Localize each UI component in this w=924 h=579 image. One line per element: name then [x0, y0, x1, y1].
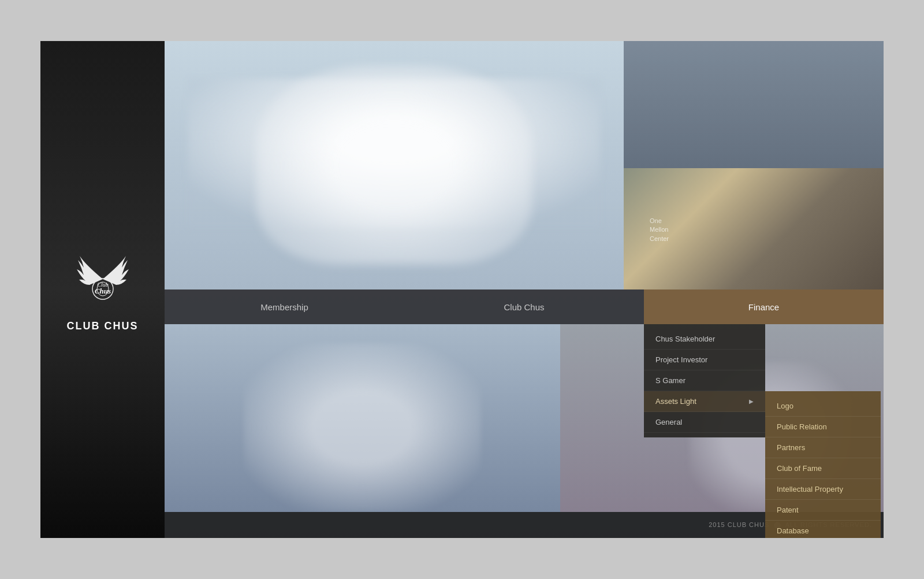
person-blur: [256, 66, 532, 265]
submenu-public-relation[interactable]: Public Relation: [765, 417, 881, 437]
svg-text:Chus: Chus: [94, 287, 110, 295]
submenu-logo[interactable]: Logo: [765, 396, 881, 417]
dropdown-chus-stakeholder[interactable]: Chus Stakeholder: [644, 329, 765, 350]
submenu-partners[interactable]: Partners: [765, 437, 881, 458]
bottom-person: [244, 343, 481, 513]
site-name: CLUB CHUS: [67, 320, 139, 332]
logo-emblem: Club Chus: [71, 247, 135, 311]
nav-membership[interactable]: Membership: [165, 290, 404, 324]
site-container: Club Chus CLUB CHUS: [40, 41, 884, 538]
submenu-arrow: ▶: [749, 398, 754, 404]
submenu-club-of-fame[interactable]: Club of Fame: [765, 458, 881, 479]
sidebar: Club Chus CLUB CHUS: [40, 41, 165, 538]
dropdown-general[interactable]: General: [644, 412, 765, 433]
submenu-intellectual-property[interactable]: Intellectual Property: [765, 479, 881, 500]
sky-overlay: [624, 41, 884, 168]
site-wrapper: Club Chus CLUB CHUS: [40, 41, 884, 538]
navbar: Membership Club Chus Finance Chus Stakeh…: [165, 290, 884, 324]
dropdown-project-investor[interactable]: Project Investor: [644, 350, 765, 370]
content-area: One Mellon Center: [165, 41, 884, 290]
logo-area: Club Chus CLUB CHUS: [67, 247, 139, 332]
submenu-database[interactable]: Database: [765, 521, 881, 538]
nav-club-chus[interactable]: Club Chus: [404, 290, 644, 324]
hero-left: [165, 41, 624, 290]
bottom-left-panel: [165, 324, 560, 512]
hero-sky: [624, 41, 884, 168]
submenu-patent[interactable]: Patent: [765, 500, 881, 521]
finance-dropdown: Chus Stakeholder Project Investor S Game…: [644, 324, 765, 437]
hero-right: One Mellon Center: [624, 41, 884, 290]
assets-light-submenu: Logo Public Relation Partners Club of Fa…: [765, 391, 881, 538]
nav-finance[interactable]: Finance Chus Stakeholder Project Investo…: [644, 290, 884, 324]
dropdown-s-gamer[interactable]: S Gamer: [644, 370, 765, 391]
building-label: One Mellon Center: [650, 217, 669, 243]
dropdown-assets-light[interactable]: Assets Light ▶ Logo Public Relation Pa: [644, 391, 765, 412]
hero-building: One Mellon Center: [624, 168, 884, 290]
